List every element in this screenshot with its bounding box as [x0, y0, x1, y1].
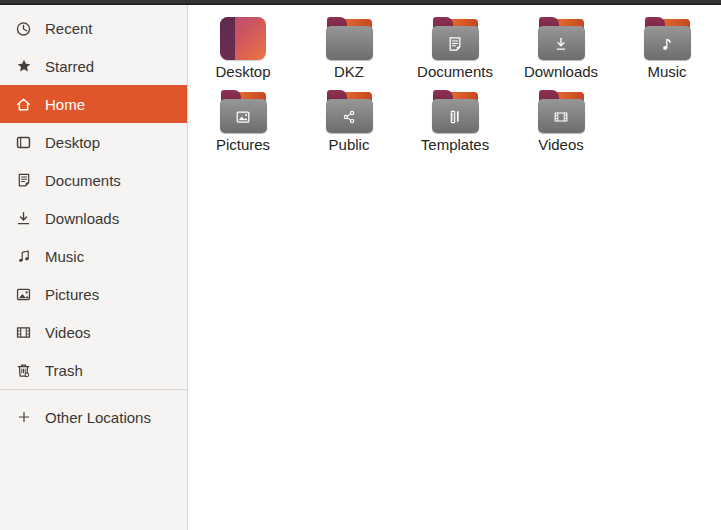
- sidebar-footer: Other Locations: [0, 398, 187, 436]
- sidebar-item-desktop[interactable]: Desktop: [0, 123, 187, 161]
- file-item-music[interactable]: Music: [614, 12, 720, 85]
- folder-icon: [538, 17, 585, 60]
- file-item-downloads[interactable]: Downloads: [508, 12, 614, 85]
- desktop-icon-left-panel: [220, 17, 235, 60]
- sidebar-item-label: Starred: [45, 58, 94, 75]
- sidebar-item-documents[interactable]: Documents: [0, 161, 187, 199]
- files-window: RecentStarredHomeDesktopDocumentsDownloa…: [0, 5, 721, 530]
- sidebar-item-label: Trash: [45, 362, 83, 379]
- sidebar-item-music[interactable]: Music: [0, 237, 187, 275]
- sidebar-item-label: Other Locations: [45, 409, 151, 426]
- music-emblem: [644, 28, 691, 60]
- pictures-icon: [15, 286, 32, 303]
- sidebar-item-label: Videos: [45, 324, 91, 341]
- share-emblem: [326, 101, 373, 133]
- folder-icon: [326, 90, 373, 133]
- file-label: Videos: [538, 136, 584, 153]
- file-grid: DesktopDKZDocumentsDownloadsMusicPicture…: [188, 5, 721, 530]
- file-item-public[interactable]: Public: [296, 85, 402, 158]
- sidebar-item-home[interactable]: Home: [0, 85, 187, 123]
- file-label: DKZ: [334, 63, 364, 80]
- image-emblem: [220, 101, 267, 133]
- sidebar-item-trash[interactable]: Trash: [0, 351, 187, 389]
- desktop-icon: [15, 134, 32, 151]
- file-item-dkz[interactable]: DKZ: [296, 12, 402, 85]
- sidebar-item-label: Pictures: [45, 286, 99, 303]
- sidebar-item-videos[interactable]: Videos: [0, 313, 187, 351]
- sidebar-item-label: Music: [45, 248, 84, 265]
- file-label: Pictures: [216, 136, 270, 153]
- downloads-icon: [15, 210, 32, 227]
- file-item-documents[interactable]: Documents: [402, 12, 508, 85]
- sidebar-item-label: Home: [45, 96, 85, 113]
- download-emblem: [538, 28, 585, 60]
- folder-icon: [432, 17, 479, 60]
- folder-icon: [538, 90, 585, 133]
- music-icon: [15, 248, 32, 265]
- home-icon: [15, 96, 32, 113]
- file-label: Music: [647, 63, 686, 80]
- sidebar-separator: [0, 389, 187, 390]
- sidebar-item-label: Recent: [45, 20, 93, 37]
- folder-icon: [326, 17, 373, 60]
- trash-icon: [15, 362, 32, 379]
- plus-icon: [15, 409, 32, 426]
- star-icon: [15, 58, 32, 75]
- folder-front: [326, 26, 373, 60]
- sidebar-item-other-locations[interactable]: Other Locations: [0, 398, 187, 436]
- folder-icon: [432, 90, 479, 133]
- file-label: Documents: [417, 63, 493, 80]
- file-item-videos[interactable]: Videos: [508, 85, 614, 158]
- sidebar-item-label: Desktop: [45, 134, 100, 151]
- folder-icon: [644, 17, 691, 60]
- videos-icon: [15, 324, 32, 341]
- desktop-special-icon: [220, 17, 266, 60]
- video-emblem: [538, 101, 585, 133]
- file-item-pictures[interactable]: Pictures: [190, 85, 296, 158]
- sidebar-item-label: Documents: [45, 172, 121, 189]
- sidebar: RecentStarredHomeDesktopDocumentsDownloa…: [0, 5, 188, 530]
- sidebar-item-downloads[interactable]: Downloads: [0, 199, 187, 237]
- file-label: Templates: [421, 136, 489, 153]
- sidebar-item-recent[interactable]: Recent: [0, 9, 187, 47]
- file-label: Public: [329, 136, 370, 153]
- sidebar-item-pictures[interactable]: Pictures: [0, 275, 187, 313]
- file-item-templates[interactable]: Templates: [402, 85, 508, 158]
- file-label: Downloads: [524, 63, 598, 80]
- file-label: Desktop: [215, 63, 270, 80]
- document-emblem: [432, 28, 479, 60]
- documents-icon: [15, 172, 32, 189]
- sidebar-item-starred[interactable]: Starred: [0, 47, 187, 85]
- sidebar-list: RecentStarredHomeDesktopDocumentsDownloa…: [0, 9, 187, 389]
- template-emblem: [432, 101, 479, 133]
- file-item-desktop[interactable]: Desktop: [190, 12, 296, 85]
- folder-icon: [220, 90, 267, 133]
- sidebar-item-label: Downloads: [45, 210, 119, 227]
- recent-icon: [15, 20, 32, 37]
